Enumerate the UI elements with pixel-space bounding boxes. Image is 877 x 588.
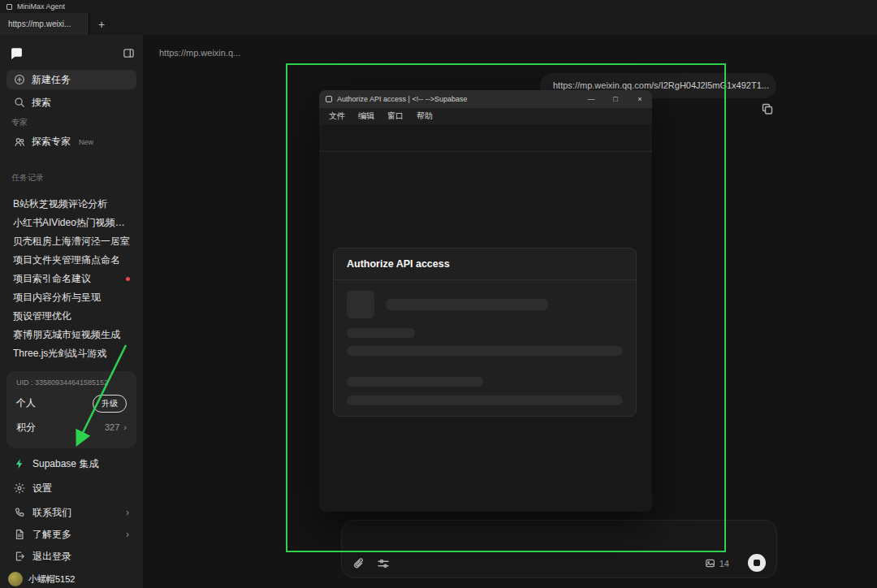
stop-button[interactable] xyxy=(748,554,766,572)
authorize-card-body xyxy=(334,280,636,405)
task-item[interactable]: B站秋芝视频评论分析 xyxy=(0,195,143,214)
task-item[interactable]: 预设管理优化 xyxy=(0,307,143,326)
new-task-button[interactable]: 新建任务 xyxy=(6,70,136,89)
logout-label: 退出登录 xyxy=(32,550,71,564)
chevron-right-icon: › xyxy=(126,529,129,540)
settings-sliders-icon[interactable] xyxy=(376,557,391,572)
sidebar-item-learn-more[interactable]: 了解更多 › xyxy=(6,525,136,544)
search-label: 搜索 xyxy=(32,96,51,110)
app-title: MiniMax Agent xyxy=(17,2,65,11)
skeleton-line xyxy=(347,377,483,387)
minimize-button[interactable]: — xyxy=(579,90,603,108)
settings-label: 设置 xyxy=(32,482,52,495)
supabase-label: Supabase 集成 xyxy=(32,457,98,471)
task-item[interactable]: 项目文件夹管理痛点命名 xyxy=(0,251,143,270)
phone-icon xyxy=(14,507,25,518)
collapse-sidebar-icon[interactable] xyxy=(123,47,135,59)
logout-icon xyxy=(14,551,25,562)
experts-icon xyxy=(14,136,25,148)
maximize-button[interactable]: □ xyxy=(603,90,628,108)
new-task-label: 新建任务 xyxy=(32,73,71,87)
menu-edit[interactable]: 编辑 xyxy=(358,110,374,122)
skeleton-line xyxy=(347,346,623,356)
app-titlebar: MiniMax Agent xyxy=(0,0,877,13)
user-profile[interactable]: 小螺帽5152 xyxy=(8,570,75,588)
task-label: 小红书AIVideo热门视频检测 xyxy=(13,216,130,230)
task-label: B站秋芝视频评论分析 xyxy=(13,197,130,211)
chevron-right-icon: › xyxy=(126,507,129,518)
composer: 14 xyxy=(341,520,777,578)
authorize-window: Authorize API access | <!-- -->Supabase … xyxy=(319,90,652,512)
window-icon xyxy=(326,96,332,102)
window-toolbar-strip xyxy=(319,124,652,152)
window-titlebar[interactable]: Authorize API access | <!-- -->Supabase … xyxy=(319,90,652,108)
upgrade-button[interactable]: 升级 xyxy=(93,395,127,413)
main-area: https://mp.weixin.q... https://mp.weixin… xyxy=(143,35,877,588)
sidebar-item-contact[interactable]: 联系我们 › xyxy=(6,503,136,522)
plan-name: 个人 xyxy=(16,396,36,410)
task-item[interactable]: 赛博朋克城市短视频生成 xyxy=(0,326,143,344)
task-label: 预设管理优化 xyxy=(13,309,130,323)
lightning-icon xyxy=(14,458,25,469)
sidebar: 新建任务 搜索 专家 探索专家 New 任务记录 B站秋芝视频评论分析 小红书A… xyxy=(0,35,143,588)
authorize-card-title: Authorize API access xyxy=(334,249,636,280)
menu-file[interactable]: 文件 xyxy=(329,110,345,122)
task-list: B站秋芝视频评论分析 小红书AIVideo热门视频检测 贝壳租房上海漕河泾一居室… xyxy=(0,195,143,363)
skeleton-avatar xyxy=(347,291,374,318)
menu-help[interactable]: 帮助 xyxy=(417,110,433,122)
account-card: UID : 335809344641585152 个人 升级 积分 327 › xyxy=(6,371,136,448)
message-url: https://mp.weixin.qq.com/s/I2RgH04J2l5mG… xyxy=(553,80,769,90)
task-label: 项目内容分析与呈现 xyxy=(13,291,130,305)
task-label: Three.js光剑战斗游戏 xyxy=(13,347,130,361)
tab-title: https://mp.weixi... xyxy=(8,19,71,28)
menu-window[interactable]: 窗口 xyxy=(387,110,404,122)
browser-tab[interactable]: https://mp.weixi... xyxy=(0,13,89,35)
skeleton-line xyxy=(347,396,623,405)
app-window-icon xyxy=(6,4,12,10)
points-row[interactable]: 积分 327 › xyxy=(16,418,127,436)
skeleton-line xyxy=(386,299,548,310)
points-value: 327 xyxy=(105,422,119,432)
new-badge: New xyxy=(79,138,93,146)
app-logo-icon xyxy=(10,46,24,60)
gear-icon xyxy=(14,482,25,494)
contact-label: 联系我们 xyxy=(32,506,71,520)
window-menubar: 文件 编辑 窗口 帮助 xyxy=(319,108,652,124)
task-label: 项目索引命名建议 xyxy=(13,272,121,286)
attach-icon[interactable] xyxy=(352,557,366,572)
window-title: Authorize API access | <!-- -->Supabase xyxy=(337,95,579,103)
points-label: 积分 xyxy=(16,421,36,435)
task-item[interactable]: Three.js光剑战斗游戏 xyxy=(0,344,143,363)
media-count: 14 xyxy=(705,558,729,569)
image-icon xyxy=(705,558,715,569)
new-tab-button[interactable]: + xyxy=(89,13,114,35)
task-item[interactable]: 贝壳租房上海漕河泾一居室 xyxy=(0,232,143,251)
app-window: MiniMax Agent https://mp.weixi... + 新建任务 xyxy=(0,0,877,588)
explore-experts-label: 探索专家 xyxy=(32,135,71,149)
window-content: Authorize API access xyxy=(319,152,652,512)
close-button[interactable]: × xyxy=(628,90,652,108)
sidebar-item-settings[interactable]: 设置 xyxy=(6,478,136,498)
skeleton-line xyxy=(347,328,415,338)
search-icon xyxy=(14,97,25,108)
conversation-title: https://mp.weixin.q... xyxy=(159,48,240,58)
search-button[interactable]: 搜索 xyxy=(6,93,136,112)
experts-section-label: 专家 xyxy=(11,117,28,128)
tasks-section-label: 任务记录 xyxy=(11,172,44,184)
sidebar-item-supabase[interactable]: Supabase 集成 xyxy=(6,454,136,473)
sidebar-item-logout[interactable]: 退出登录 xyxy=(6,547,136,566)
account-uid: UID : 335809344641585152 xyxy=(16,378,127,387)
explore-experts-item[interactable]: 探索专家 New xyxy=(6,132,136,151)
task-item[interactable]: 小红书AIVideo热门视频检测 xyxy=(0,214,143,232)
task-item[interactable]: 项目内容分析与呈现 xyxy=(0,288,143,307)
copy-icon[interactable] xyxy=(760,102,775,117)
task-label: 赛博朋克城市短视频生成 xyxy=(13,328,130,342)
task-label: 贝壳租房上海漕河泾一居室 xyxy=(13,235,130,249)
avatar xyxy=(8,572,23,586)
media-count-value: 14 xyxy=(719,559,729,569)
tab-bar: https://mp.weixi... + xyxy=(0,13,877,35)
chevron-right-icon: › xyxy=(123,422,127,432)
notification-dot xyxy=(126,277,130,281)
stop-icon xyxy=(754,560,760,566)
task-item[interactable]: 项目索引命名建议 xyxy=(0,270,143,288)
